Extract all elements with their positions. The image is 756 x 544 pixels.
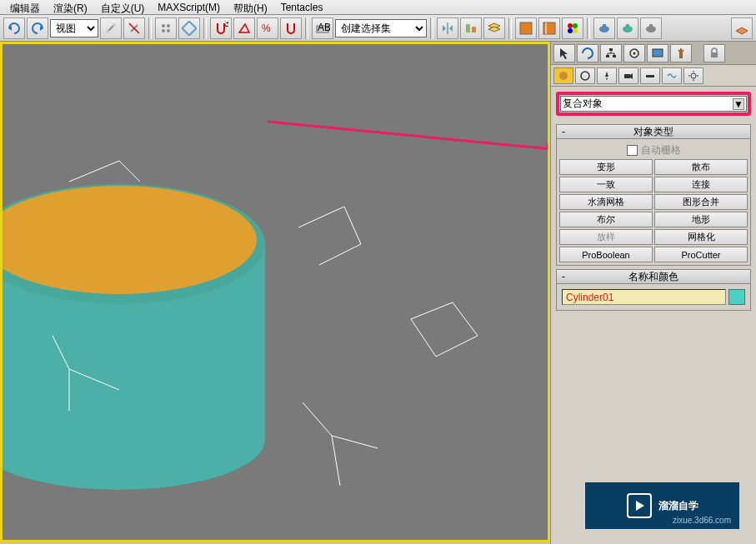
- svg-rect-34: [613, 55, 616, 57]
- layers-icon[interactable]: [483, 17, 505, 39]
- spacewarps-category-icon[interactable]: [662, 67, 682, 84]
- select-all-icon[interactable]: [155, 17, 177, 39]
- schematic-view-icon[interactable]: [538, 17, 560, 39]
- terrain-button[interactable]: 地形: [654, 212, 748, 227]
- connect-button[interactable]: 连接: [654, 177, 748, 192]
- procutter-button[interactable]: ProCutter: [654, 247, 748, 262]
- select-tab-icon[interactable]: [553, 44, 575, 62]
- menu-bar: 编辑器 渲染(R) 自定义(U) MAXScript(M) 帮助(H) Tent…: [0, 0, 756, 15]
- svg-point-5: [167, 29, 170, 32]
- menu-edit[interactable]: 编辑器: [3, 0, 47, 14]
- render-frame-icon[interactable]: [617, 17, 638, 39]
- main-toolbar: 视图 3 % ABC 创建选择集: [0, 15, 756, 42]
- rollout-header[interactable]: - 对象类型: [556, 124, 751, 139]
- annotation-arrow: [268, 117, 550, 152]
- shapemerge-button[interactable]: 图形合并: [654, 194, 748, 210]
- menu-help[interactable]: 帮助(H): [227, 0, 274, 14]
- helpers-category-icon[interactable]: [640, 67, 660, 84]
- watermark: 溜溜自学 zixue.3d66.com: [585, 482, 739, 529]
- quick-render-icon[interactable]: [640, 17, 662, 39]
- hierarchy-tab-icon[interactable]: [600, 44, 622, 62]
- view-dropdown[interactable]: 视图: [50, 19, 98, 37]
- mesher-button[interactable]: 网格化: [654, 229, 748, 245]
- geometry-category-icon[interactable]: [553, 67, 573, 84]
- systems-category-icon[interactable]: [683, 67, 703, 84]
- svg-rect-48: [646, 75, 654, 77]
- curve-editor-icon[interactable]: [515, 17, 537, 39]
- object-color-swatch[interactable]: [728, 289, 745, 305]
- snap-toggle-icon[interactable]: 3: [210, 17, 232, 39]
- svg-rect-11: [466, 24, 470, 32]
- svg-rect-21: [603, 24, 606, 27]
- modify-tab-icon[interactable]: [577, 44, 598, 62]
- svg-text:ABC: ABC: [318, 22, 330, 33]
- svg-point-20: [599, 26, 609, 32]
- category-dropdown[interactable]: 复合对象 ▼: [560, 96, 747, 112]
- name-color-rollout: - 名称和颜色 Cylinder01: [556, 269, 751, 311]
- menu-render[interactable]: 渲染(R): [47, 0, 94, 14]
- blobmesh-button[interactable]: 水滴网格: [559, 194, 653, 210]
- autogrid-checkbox[interactable]: [627, 145, 638, 156]
- scatter-button[interactable]: 散布: [654, 159, 748, 175]
- collapse-icon: -: [562, 271, 565, 282]
- svg-rect-47: [624, 74, 630, 78]
- conform-button[interactable]: 一致: [559, 177, 653, 192]
- svg-rect-13: [520, 22, 532, 34]
- svg-rect-32: [609, 48, 613, 51]
- viewport[interactable]: [0, 42, 550, 542]
- svg-line-30: [268, 122, 550, 149]
- named-selection-icon[interactable]: ABC: [312, 17, 333, 39]
- morph-button[interactable]: 变形: [559, 159, 653, 175]
- boolean-button[interactable]: 布尔: [559, 212, 653, 227]
- svg-text:3: 3: [224, 21, 228, 29]
- svg-point-0: [106, 30, 109, 33]
- utilities-tab-icon[interactable]: [670, 44, 692, 62]
- collapse-icon: -: [562, 126, 565, 137]
- shapes-category-icon[interactable]: [575, 67, 595, 84]
- svg-point-24: [646, 26, 656, 32]
- svg-point-16: [568, 23, 573, 28]
- autogrid-label: 自动栅格: [641, 143, 681, 157]
- spinner-snap-icon[interactable]: [280, 17, 302, 39]
- svg-text:%: %: [262, 22, 271, 34]
- percent-snap-icon[interactable]: %: [257, 17, 278, 39]
- svg-rect-23: [626, 24, 629, 27]
- align-icon[interactable]: [460, 17, 482, 39]
- link-button[interactable]: [100, 17, 122, 39]
- motion-tab-icon[interactable]: [623, 44, 645, 62]
- proboolean-button[interactable]: ProBoolean: [559, 247, 653, 262]
- svg-rect-25: [649, 24, 653, 27]
- svg-marker-31: [546, 142, 550, 152]
- svg-point-22: [623, 26, 633, 32]
- angle-snap-icon[interactable]: [233, 17, 255, 39]
- svg-rect-6: [183, 21, 197, 35]
- loft-button[interactable]: 放样: [559, 229, 653, 245]
- lights-category-icon[interactable]: [597, 67, 617, 84]
- selection-region-icon[interactable]: [178, 17, 200, 39]
- object-type-rollout: - 对象类型 自动栅格 变形 散布 一致 连接 水滴网格 图形合并 布尔 地形: [556, 124, 751, 266]
- object-name-input[interactable]: Cylinder01: [562, 289, 726, 305]
- svg-rect-14: [543, 22, 555, 34]
- selection-set-dropdown[interactable]: 创建选择集: [335, 19, 427, 37]
- menu-custom[interactable]: 自定义(U): [94, 0, 152, 14]
- display-tab-icon[interactable]: [647, 44, 668, 62]
- cylinder-object[interactable]: [0, 152, 319, 542]
- watermark-text: 溜溜自学: [658, 499, 698, 513]
- grid-icon[interactable]: [731, 17, 753, 39]
- cameras-category-icon[interactable]: [618, 67, 638, 84]
- svg-point-45: [581, 72, 589, 80]
- menu-tentacles[interactable]: Tentacles: [274, 0, 330, 14]
- mirror-icon[interactable]: [437, 17, 458, 39]
- dropdown-highlight: 复合对象 ▼: [556, 92, 751, 116]
- lock-icon[interactable]: [703, 44, 725, 62]
- rollout-header[interactable]: - 名称和颜色: [556, 269, 751, 284]
- menu-maxscript[interactable]: MAXScript(M): [151, 0, 227, 14]
- material-editor-icon[interactable]: [562, 17, 583, 39]
- svg-rect-12: [472, 27, 476, 32]
- unlink-button[interactable]: [123, 17, 145, 39]
- render-setup-icon[interactable]: [593, 17, 615, 39]
- svg-point-40: [633, 52, 636, 55]
- undo-button[interactable]: [3, 17, 25, 39]
- redo-button[interactable]: [27, 17, 48, 39]
- svg-point-44: [559, 72, 568, 80]
